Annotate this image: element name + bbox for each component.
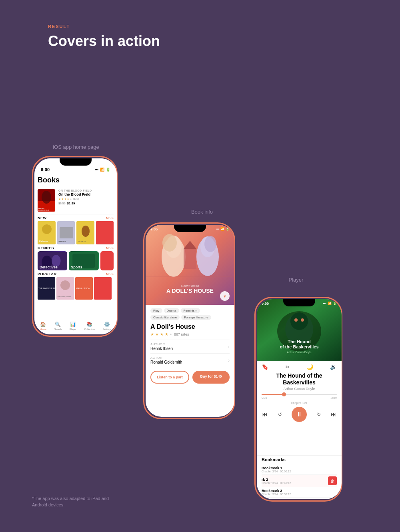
- tag-drama[interactable]: Drama: [164, 308, 179, 313]
- svg-text:Henrik Ibsen: Henrik Ibsen: [181, 284, 199, 288]
- nav-home-label: Home: [40, 328, 46, 330]
- nav-collection[interactable]: 📚 Collection: [84, 322, 95, 330]
- phone1-mockup: 6:00 ▪▪▪ 📶 🔋 Books ON THE: [32, 156, 118, 337]
- page-header: RESULT Covers in action: [0, 0, 400, 58]
- svg-text:Karlsson: Karlsson: [39, 240, 48, 242]
- bookmark-1-chapter: Chapter 3/24 | 00:00:12: [262, 470, 291, 473]
- new-book-4[interactable]: [96, 221, 114, 244]
- svg-text:The Secret Garden: The Secret Garden: [57, 296, 71, 298]
- bookmark-item-1[interactable]: Bookmark 1 Chapter 3/24 | 00:00:12: [262, 464, 337, 475]
- cover-battery: 🔋: [226, 227, 230, 231]
- player-book-title: The Hound of the Baskervilles: [262, 372, 337, 386]
- buy-button[interactable]: Buy for $140: [192, 371, 230, 384]
- stars-row: ★ ★ ★ ★ ★ (123): [58, 198, 114, 201]
- new-books-row: Karlsson LESSONS: [38, 221, 114, 244]
- genres-more[interactable]: More: [106, 246, 114, 250]
- progress-thumb[interactable]: [282, 392, 286, 396]
- star3: ★: [64, 198, 66, 201]
- bookmark-icon: ♥: [224, 294, 226, 298]
- player-status-icons: ▪▪▪ 📶 🔋: [323, 302, 337, 306]
- actor-row[interactable]: ACTOR Ronald Goldsmith ›: [150, 353, 230, 367]
- new-book-1[interactable]: Karlsson: [38, 221, 56, 244]
- b2-star3: ★: [160, 332, 164, 336]
- price-new: $1.99: [67, 202, 75, 205]
- svg-point-31: [162, 234, 177, 252]
- author-row[interactable]: AUTHOR Henrik Ibsen ›: [150, 340, 230, 353]
- new-book-2[interactable]: LESSONS: [57, 221, 75, 244]
- genre-detectives-label: Detectives: [38, 264, 60, 270]
- b2-star2: ★: [155, 332, 159, 336]
- svg-point-2: [42, 191, 51, 204]
- actor-label: ACTOR: [150, 356, 182, 360]
- nav-player[interactable]: 📊 Player: [70, 322, 76, 330]
- player-author: Arthur Conan Doyle: [262, 387, 337, 391]
- phone3-screen: 9:00 ▪▪▪ 📶 🔋: [257, 299, 342, 499]
- svg-text:Arthur Conan Doyle: Arthur Conan Doyle: [287, 351, 312, 354]
- tag-classic[interactable]: Classic literature: [150, 315, 180, 320]
- pop-book-4[interactable]: [94, 277, 112, 300]
- tag-foreign[interactable]: Foreign literature: [181, 315, 211, 320]
- speed-badge[interactable]: 1x: [285, 365, 289, 369]
- svg-point-45: [301, 318, 304, 322]
- progress-bar[interactable]: [262, 394, 337, 395]
- star5: ★: [70, 198, 72, 201]
- rewind-button[interactable]: ↺: [278, 412, 282, 417]
- svg-rect-14: [96, 221, 114, 244]
- bookmark-delete-button[interactable]: 🗑: [328, 476, 337, 485]
- svg-point-12: [82, 226, 90, 237]
- settings-icon: ⚙️: [104, 322, 110, 327]
- listen-button[interactable]: Listen to a part: [150, 371, 189, 384]
- p-wifi: 📶: [328, 302, 332, 306]
- volume-icon[interactable]: 🔉: [330, 364, 337, 370]
- player-controls-area: 🔖 1x 🌙 🔉 The Hound of the Baskervilles A…: [257, 361, 342, 455]
- book2-title: A Doll's House: [150, 323, 230, 330]
- bookmark-item-2[interactable]: rk 2 Chapter 3/24 | 00:40:12 🗑: [262, 475, 337, 487]
- pop-book-2[interactable]: The Secret Garden: [56, 277, 74, 300]
- new-book-3[interactable]: To Live Up: [76, 221, 94, 244]
- wifi-icon: 📶: [100, 168, 104, 172]
- nav-player-label: Player: [70, 328, 76, 330]
- bookmarks-title: Bookmarks: [262, 457, 337, 462]
- phone2-screen: 9:05 ▪▪▪ 📶 🔋: [146, 225, 234, 417]
- genre-detectives[interactable]: Detectives: [38, 251, 67, 270]
- moon-icon[interactable]: 🌙: [306, 364, 313, 370]
- prev-button[interactable]: ⏮: [262, 411, 268, 418]
- b2-star1: ★: [150, 332, 154, 336]
- nav-search[interactable]: 🔍 Search: [54, 322, 62, 330]
- bookmark-3-name: Bookmark 3: [262, 489, 291, 493]
- pop-book-3[interactable]: MALVA LANDA: [75, 277, 93, 300]
- home-icon: 🏠: [40, 322, 46, 327]
- nav-home[interactable]: 🏠 Home: [40, 322, 46, 330]
- svg-text:A DOLL'S HOUSE: A DOLL'S HOUSE: [166, 288, 214, 294]
- signal-icon: ▪▪▪: [94, 168, 98, 172]
- nav-settings[interactable]: ⚙️ Settings: [103, 322, 112, 330]
- baskerville-cover: 9:00 ▪▪▪ 📶 🔋: [257, 299, 342, 361]
- svg-point-44: [294, 318, 298, 322]
- play-pause-button[interactable]: ⏸: [292, 407, 307, 422]
- phone1-screen: 6:00 ▪▪▪ 📶 🔋 Books ON THE: [34, 158, 117, 334]
- status-icons: ▪▪▪ 📶 🔋: [94, 168, 110, 172]
- genre-sports[interactable]: Sports: [69, 251, 98, 270]
- bookmark-item-3[interactable]: Bookmark 3 Chapter 3/24 | 00:55:12: [262, 487, 337, 498]
- forward-button[interactable]: ↻: [317, 412, 321, 417]
- tag-play[interactable]: Play: [150, 308, 162, 313]
- cover-time: 9:05: [150, 227, 158, 231]
- featured-book[interactable]: ON THE BLOOD FIELD ON THE BLOOD FIELD On…: [38, 187, 114, 214]
- featured-info: ON THE BLOOD FIELD On the Blood Field ★ …: [58, 189, 114, 212]
- phone1-content: Books ON THE BLOOD FIELD ON THE BLOOD: [34, 174, 117, 302]
- book2-content: Play Drama Feminism Classic literature F…: [146, 305, 234, 387]
- tag-feminism[interactable]: Feminism: [181, 308, 200, 313]
- progress-fill: [262, 394, 284, 395]
- dollshouse-cover: 9:05 ▪▪▪ 📶 🔋: [146, 225, 234, 305]
- svg-rect-9: [60, 227, 73, 238]
- progress-remaining: -2:59: [330, 396, 337, 399]
- bookmark-button[interactable]: ♥: [220, 291, 230, 301]
- svg-text:THE INVISIBLE MAN: THE INVISIBLE MAN: [38, 287, 55, 290]
- next-button[interactable]: ⏭: [330, 411, 337, 418]
- pause-icon: ⏸: [296, 411, 302, 418]
- notch2: [174, 225, 206, 232]
- new-more[interactable]: More: [106, 216, 114, 220]
- pop-book-1[interactable]: THE INVISIBLE MAN: [38, 277, 55, 300]
- popular-more[interactable]: More: [106, 272, 114, 276]
- bookmark-player-icon[interactable]: 🔖: [262, 364, 268, 370]
